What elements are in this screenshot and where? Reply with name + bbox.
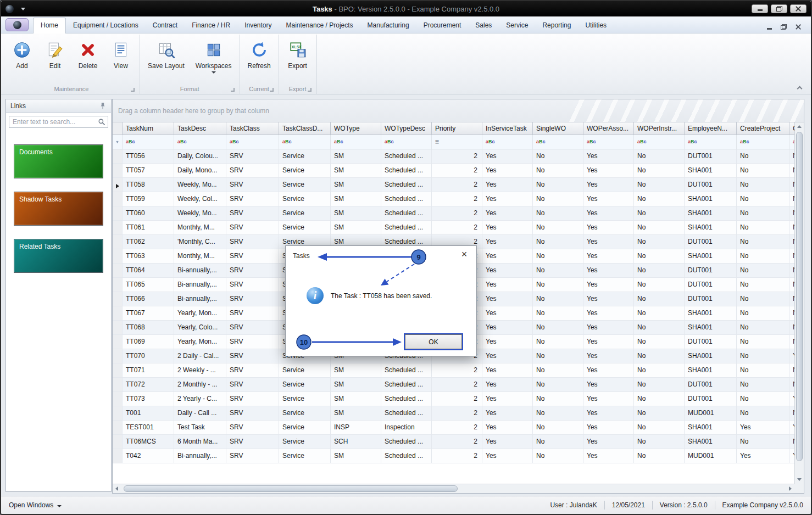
ribbon-collapse-button[interactable] [796,85,803,91]
table-row[interactable]: TT059Weekly, Col...SRVServiceSMScheduled… [113,192,794,206]
cell[interactable]: SM [331,164,381,177]
group-dialog-launcher-icon[interactable] [270,88,274,92]
cell[interactable]: SM [331,449,381,463]
cell[interactable]: No [533,221,583,234]
filter-cell-woperasso[interactable]: aBc [583,135,634,149]
cell[interactable]: SM [331,406,381,420]
cell[interactable]: N [789,235,794,249]
vertical-scrollbar[interactable] [794,122,804,484]
cell[interactable]: TEST001 [123,421,174,434]
sidebar-item-documents[interactable]: Documents [14,144,103,178]
cell[interactable]: Yes [583,306,634,320]
cell[interactable]: Weekly, Mo... [174,206,226,220]
cell[interactable]: No [737,378,789,391]
cell[interactable]: 2 [432,192,482,206]
cell[interactable]: No [533,392,583,406]
cell[interactable]: Scheduled ... [381,192,432,206]
cell[interactable]: Yes [482,192,533,206]
cell[interactable]: Yes [583,335,634,349]
cell[interactable]: Yes [583,406,634,420]
cell[interactable]: Yearly, Colo... [174,321,226,334]
cell[interactable]: No [533,349,583,363]
cell[interactable]: SRV [226,435,279,449]
cell[interactable]: SRV [226,378,279,391]
column-header-wotype[interactable]: WOType [331,122,381,135]
cell[interactable]: 2 Monthly - ... [174,378,226,391]
cell[interactable]: SRV [226,235,279,249]
cell[interactable]: Bi-annually,... [174,278,226,292]
cell[interactable]: Scheduled ... [381,221,432,234]
cell[interactable]: Yes [583,292,634,306]
cell[interactable]: DUT001 [685,335,737,349]
cell[interactable]: SRV [226,392,279,406]
cell[interactable]: SRV [226,321,279,334]
cell[interactable]: Monthly, M... [174,221,226,234]
cell[interactable]: Scheduled ... [381,178,432,192]
cell[interactable]: SHA001 [685,192,737,206]
cell[interactable]: No [634,221,685,234]
cell[interactable]: No [533,378,583,391]
cell[interactable]: SHA001 [685,321,737,334]
cell[interactable]: Scheduled ... [381,363,432,377]
cell[interactable]: Y [789,349,794,363]
cell[interactable]: Scheduled ... [381,164,432,177]
filter-cell-taskclass[interactable]: aBc [226,135,279,149]
cell[interactable]: No [533,264,583,277]
cell[interactable]: No [737,178,789,192]
cell[interactable]: DUT001 [685,235,737,249]
cell[interactable]: Yes [482,164,533,177]
cell[interactable]: SRV [226,406,279,420]
cell[interactable]: TT056 [123,149,174,163]
column-header-taskclassd[interactable]: TaskClassD... [279,122,331,135]
cell[interactable]: Scheduled ... [381,449,432,463]
cell[interactable]: SRV [226,206,279,220]
tab-equipment-locations[interactable]: Equipment / Locations [66,18,146,33]
cell[interactable]: No [737,149,789,163]
table-row[interactable]: TT06MCS6 Month Ma...SRVServiceSCHSchedul… [113,435,794,449]
scroll-down-icon[interactable] [795,475,804,484]
cell[interactable]: 2 [432,221,482,234]
cell[interactable]: Yes [737,449,789,463]
cell[interactable]: Service [279,178,331,192]
cell[interactable]: SRV [226,164,279,177]
group-dialog-launcher-icon[interactable] [308,88,312,92]
cell[interactable]: SHA001 [685,249,737,263]
cell[interactable]: Service [279,378,331,391]
cell[interactable]: TT069 [123,335,174,349]
cell[interactable]: 2 [432,406,482,420]
column-header-priority[interactable]: Priority [432,122,482,135]
scroll-up-icon[interactable] [795,122,804,131]
cell[interactable]: No [634,149,685,163]
table-row[interactable]: TT056Daily, Colou...SRVServiceSMSchedule… [113,149,794,164]
cell[interactable]: SM [331,192,381,206]
cell[interactable]: N [789,249,794,263]
tab-reporting[interactable]: Reporting [535,18,578,33]
cell[interactable]: No [634,264,685,277]
table-row[interactable]: TT061Monthly, M...SRVServiceSMScheduled … [113,221,794,235]
column-header-woperasso[interactable]: WOPerAsso... [583,122,634,135]
table-row[interactable]: TT058Weekly, Mo...SRVServiceSMScheduled … [113,178,794,192]
cell[interactable]: Yes [583,378,634,391]
delete-button[interactable]: Delete [74,38,102,71]
cell[interactable]: No [737,292,789,306]
cell[interactable]: No [634,278,685,292]
cell[interactable]: TT073 [123,392,174,406]
cell[interactable]: No [737,235,789,249]
tab-contract[interactable]: Contract [146,18,185,33]
cell[interactable]: No [533,206,583,220]
cell[interactable]: SHA001 [685,164,737,177]
cell[interactable]: Daily - Call ... [174,406,226,420]
table-row[interactable]: TT0732 Yearly - C...SRVServiceSMSchedule… [113,392,794,406]
cell[interactable]: SHA001 [685,349,737,363]
cell[interactable]: Yes [482,221,533,234]
cell[interactable]: TT063 [123,249,174,263]
restore-button[interactable] [771,4,787,13]
cell[interactable]: Yes [583,235,634,249]
cell[interactable]: T042 [123,449,174,463]
filter-cell-wotypedesc[interactable]: aBc [381,135,432,149]
cell[interactable]: No [634,321,685,334]
cell[interactable]: No [533,292,583,306]
column-header-woperinstr[interactable]: WOPerInstr... [634,122,685,135]
cell[interactable]: 2 [432,206,482,220]
cell[interactable]: 2 [432,449,482,463]
